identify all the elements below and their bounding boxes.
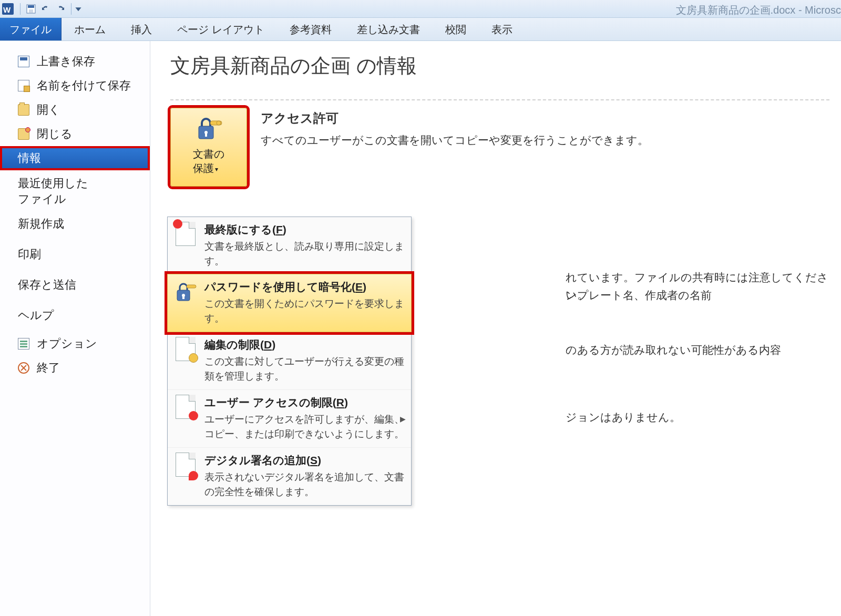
menu-mark-final[interactable]: 最終版にする(F) 文書を最終版とし、読み取り専用に設定します。 <box>168 217 411 274</box>
tab-home[interactable]: ホーム <box>61 18 118 40</box>
menu-add-signature[interactable]: デジタル署名の追加(S) 表示されないデジタル署名を追加して、文書の完全性を確保… <box>168 447 411 505</box>
menu-access-desc: ユーザーにアクセスを許可しますが、編集、コピー、または印刷できないようにします。 <box>204 412 405 441</box>
exit-icon <box>18 362 29 374</box>
svg-rect-1 <box>28 5 34 8</box>
nav-help-label: ヘルプ <box>18 307 54 323</box>
section-divider <box>170 99 829 100</box>
protect-button-label: 文書の 保護▾ <box>184 147 233 176</box>
menu-mark-final-title: 最終版にする(F) <box>204 222 405 237</box>
tab-file[interactable]: ファイル <box>0 18 61 40</box>
nav-help[interactable]: ヘルプ <box>0 303 150 327</box>
folder-open-icon <box>18 104 29 116</box>
menu-encrypt-password[interactable]: パスワードを使用して暗号化(E) この文書を開くためにパスワードを要求します。 <box>167 274 412 332</box>
lock-key-icon <box>194 114 223 142</box>
nav-save-as-label: 名前を付けて保存 <box>37 78 131 94</box>
nav-new-label: 新規作成 <box>18 216 64 232</box>
quick-access-toolbar: W 文房具新商品の企画.docx - Microsc <box>0 0 841 18</box>
tab-mailings[interactable]: 差し込み文書 <box>344 18 433 40</box>
bg-no-version: ジョンはありません。 <box>566 409 681 426</box>
folder-close-icon <box>18 128 29 140</box>
tab-insert[interactable]: 挿入 <box>118 18 165 40</box>
menu-restrict-access[interactable]: ユーザー アクセスの制限(R) ユーザーにアクセスを許可しますが、編集、コピー、… <box>168 389 411 447</box>
nav-recent-line1: 最近使用した <box>18 176 88 191</box>
encrypt-lock-icon <box>174 280 197 303</box>
nav-recent-line2: ファイル <box>18 191 88 207</box>
nav-exit[interactable]: 終了 <box>0 356 150 380</box>
submenu-arrow-icon: ▶ <box>400 415 406 423</box>
mark-final-icon <box>174 222 197 245</box>
tab-review[interactable]: 校閲 <box>433 18 479 40</box>
permissions-heading: アクセス許可 <box>261 110 829 127</box>
nav-save-label: 上書き保存 <box>37 54 95 69</box>
permissions-body: すべてのユーザーがこの文書を開いてコピーや変更を行うことができます。 <box>261 132 829 149</box>
nav-info[interactable]: 情報 <box>0 146 150 170</box>
tab-page-layout[interactable]: ページ レイアウト <box>165 18 277 40</box>
ribbon-tabs: ファイル ホーム 挿入 ページ レイアウト 参考資料 差し込み文書 校閲 表示 <box>0 18 841 41</box>
qat-undo-icon[interactable] <box>38 3 53 15</box>
restrict-access-icon <box>174 395 197 418</box>
menu-signature-desc: 表示されないデジタル署名を追加して、文書の完全性を確保します。 <box>204 470 405 499</box>
qat-save-icon[interactable] <box>24 3 38 15</box>
protect-document-button[interactable]: 文書の 保護▾ <box>170 108 247 187</box>
save-icon <box>18 56 29 67</box>
qat-customize-icon[interactable] <box>75 3 82 15</box>
svg-rect-10 <box>182 296 184 299</box>
restrict-editing-icon <box>174 337 197 361</box>
nav-recent[interactable]: 最近使用した ファイル <box>0 170 150 212</box>
save-as-icon <box>18 80 29 91</box>
menu-signature-title: デジタル署名の追加(S) <box>204 453 405 468</box>
protect-document-menu: 最終版にする(F) 文書を最終版とし、読み取り専用に設定します。 パスワードを使… <box>167 217 412 506</box>
bg-disability: のある方が読み取れない可能性がある内容 <box>566 342 781 359</box>
svg-rect-11 <box>187 285 196 288</box>
tab-references[interactable]: 参考資料 <box>277 18 344 40</box>
word-app-icon: W <box>2 3 14 15</box>
bg-template-author: ンプレート名、作成者の名前 <box>566 287 712 304</box>
nav-save-as[interactable]: 名前を付けて保存 <box>0 74 150 98</box>
backstage-nav: 上書き保存 名前を付けて保存 開く 閉じる 情報 最近使用した ファイル 新規作… <box>0 41 150 616</box>
tab-view[interactable]: 表示 <box>479 18 525 40</box>
nav-options-label: オプション <box>37 336 97 352</box>
svg-rect-2 <box>29 9 33 13</box>
nav-save-send-label: 保存と送信 <box>18 277 76 293</box>
qat-separator <box>20 3 20 15</box>
nav-print[interactable]: 印刷 <box>0 242 150 266</box>
qat-separator-2 <box>71 3 71 15</box>
nav-close-label: 閉じる <box>37 126 73 142</box>
page-title: 文房具新商品の企画 の情報 <box>170 53 829 79</box>
menu-access-title: ユーザー アクセスの制限(R) <box>204 395 405 410</box>
window-title: 文房具新商品の企画.docx - Microsc <box>676 3 841 17</box>
menu-restrict-editing[interactable]: 編集の制限(D) この文書に対してユーザーが行える変更の種類を管理します。 <box>168 332 411 389</box>
nav-exit-label: 終了 <box>37 360 60 376</box>
nav-save[interactable]: 上書き保存 <box>0 49 150 74</box>
menu-restrict-desc: この文書に対してユーザーが行える変更の種類を管理します。 <box>204 354 405 383</box>
nav-open-label: 開く <box>37 102 60 118</box>
nav-save-send[interactable]: 保存と送信 <box>0 273 150 297</box>
nav-options[interactable]: オプション <box>0 332 150 356</box>
nav-open[interactable]: 開く <box>0 98 150 122</box>
nav-print-label: 印刷 <box>18 247 41 262</box>
menu-encrypt-title: パスワードを使用して暗号化(E) <box>204 280 405 294</box>
digital-signature-icon <box>174 453 197 476</box>
menu-mark-final-desc: 文書を最終版とし、読み取り専用に設定します。 <box>204 239 405 268</box>
svg-rect-5 <box>205 133 207 137</box>
menu-restrict-title: 編集の制限(D) <box>204 337 405 352</box>
nav-new[interactable]: 新規作成 <box>0 212 150 236</box>
nav-info-label: 情報 <box>18 150 41 166</box>
options-icon <box>18 338 29 350</box>
svg-point-7 <box>217 121 221 125</box>
qat-redo-icon[interactable] <box>53 3 68 15</box>
permissions-section: 文書の 保護▾ アクセス許可 すべてのユーザーがこの文書を開いてコピーや変更を行… <box>170 108 829 187</box>
nav-close[interactable]: 閉じる <box>0 122 150 146</box>
menu-encrypt-desc: この文書を開くためにパスワードを要求します。 <box>204 296 405 325</box>
